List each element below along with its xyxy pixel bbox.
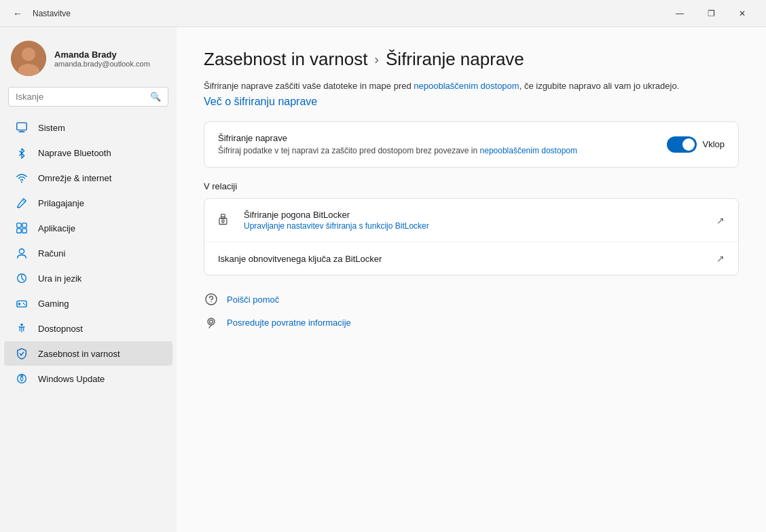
sidebar-item-network[interactable]: Omrežje & internet (4, 166, 172, 190)
sidebar-item-accessibility[interactable]: Dostopnost (4, 316, 172, 341)
user-name: Amanda Brady (54, 50, 150, 60)
wifi-icon (15, 171, 29, 185)
sidebar-label-network: Omrežje & internet (38, 173, 111, 183)
encryption-card: Šifriranje naprave Šifriraj podatke v te… (204, 121, 739, 168)
svg-point-1 (22, 48, 35, 61)
accessibility-icon (15, 322, 29, 335)
encryption-desc: Šifriraj podatke v tej napravi za zaščit… (218, 145, 577, 157)
titlebar: ← Nastavitve — ❐ ✕ (0, 0, 766, 27)
svg-point-27 (211, 301, 212, 303)
more-link[interactable]: Več o šifriranju naprave (204, 96, 317, 107)
bitlocker-title: Šifriranje pogona BitLocker (244, 210, 429, 220)
bluetooth-icon (15, 146, 29, 159)
page-header: Zasebnost in varnost › Šifriranje naprav… (204, 49, 739, 108)
page-description: Šifriranje naprave zaščiti vaše datoteke… (204, 79, 739, 93)
svg-point-20 (18, 375, 26, 383)
svg-point-17 (23, 303, 24, 304)
feedback-label: Posredujte povratne informacije (227, 318, 351, 328)
recovery-key-left: Iskanje obnovitvenega ključa za BitLocke… (218, 254, 382, 264)
person-icon (15, 246, 29, 260)
description-highlight: nepooblaščenim dostopom (414, 81, 519, 91)
encryption-title: Šifriranje naprave (218, 133, 577, 143)
sidebar-item-time[interactable]: Ura in jezik (4, 266, 172, 290)
nav-list: Sistem Naprave Bluetooth (0, 115, 177, 392)
sidebar-item-privacy[interactable]: Zasebnost in varnost (4, 341, 172, 366)
help-label: Poišči pomoč (227, 294, 279, 305)
close-button[interactable]: ✕ (727, 3, 758, 24)
svg-point-19 (20, 324, 23, 326)
app-body: Amanda Brady amanda.brady@outlook.com 🔍 (0, 27, 766, 532)
back-button[interactable]: ← (8, 4, 27, 23)
svg-rect-11 (22, 229, 26, 233)
related-card: Šifriranje pogona BitLocker Upravljanje … (204, 198, 739, 276)
avatar (11, 41, 46, 76)
user-email: amanda.brady@outlook.com (54, 60, 150, 68)
shield-icon (15, 347, 29, 360)
sidebar-label-gaming: Gaming (38, 299, 69, 309)
svg-rect-10 (17, 229, 21, 233)
sidebar-label-apps: Aplikacije (38, 223, 75, 233)
user-profile[interactable]: Amanda Brady amanda.brady@outlook.com (0, 27, 177, 87)
sidebar-item-accounts[interactable]: Računi (4, 241, 172, 265)
bitlocker-subtitle: Upravljanje nastavitev šifriranja s funk… (244, 221, 429, 231)
sidebar-label-accessibility: Dostopnost (38, 324, 83, 334)
related-heading: V relaciji (204, 181, 739, 191)
svg-rect-8 (17, 223, 21, 227)
recovery-key-text: Iskanje obnovitvenega ključa za BitLocke… (218, 254, 382, 264)
svg-line-7 (22, 200, 25, 203)
minimize-button[interactable]: — (664, 3, 695, 24)
feedback-link[interactable]: Posredujte povratne informacije (204, 315, 739, 330)
external-link-icon: ↗ (716, 215, 725, 226)
maximize-button[interactable]: ❐ (695, 3, 727, 24)
sidebar-item-sistem[interactable]: Sistem (4, 115, 172, 140)
breadcrumb: Zasebnost in varnost › Šifriranje naprav… (204, 49, 739, 70)
sidebar-item-bluetooth[interactable]: Naprave Bluetooth (4, 140, 172, 165)
toggle-container: Vklop (667, 136, 725, 153)
bitlocker-item-left: Šifriranje pogona BitLocker Upravljanje … (218, 210, 429, 231)
svg-point-28 (208, 318, 215, 325)
apps-icon (15, 221, 29, 235)
toggle-label: Vklop (702, 139, 725, 149)
search-input[interactable] (16, 92, 145, 102)
sidebar-label-privacy: Zasebnost in varnost (38, 349, 120, 359)
search-box: 🔍 (8, 87, 168, 107)
update-icon (15, 372, 29, 385)
sidebar-label-update: Windows Update (38, 374, 105, 384)
sidebar-label-personalize: Prilagajanje (38, 198, 84, 208)
svg-rect-9 (22, 223, 26, 227)
breadcrumb-parent: Zasebnost in varnost (204, 49, 367, 70)
sidebar-label-sistem: Sistem (38, 123, 65, 133)
bitlocker-item[interactable]: Šifriranje pogona BitLocker Upravljanje … (204, 199, 738, 242)
sidebar-item-personalize[interactable]: Prilagajanje (4, 191, 172, 215)
svg-point-12 (19, 249, 24, 254)
svg-point-18 (24, 304, 26, 305)
sidebar-item-update[interactable]: Windows Update (4, 366, 172, 391)
clock-icon (15, 271, 29, 285)
encryption-toggle[interactable] (667, 136, 697, 153)
help-icon (204, 292, 219, 307)
sidebar: Amanda Brady amanda.brady@outlook.com 🔍 (0, 27, 177, 532)
main-content: Zasebnost in varnost › Šifriranje naprav… (177, 27, 766, 532)
sidebar-item-gaming[interactable]: Gaming (4, 291, 172, 316)
encryption-info: Šifriranje naprave Šifriraj podatke v te… (218, 133, 577, 157)
breadcrumb-separator: › (374, 52, 379, 67)
sidebar-label-accounts: Računi (38, 248, 65, 259)
search-icon: 🔍 (150, 92, 161, 102)
svg-point-6 (21, 181, 22, 183)
gaming-icon (15, 297, 29, 310)
breadcrumb-current: Šifriranje naprave (386, 49, 524, 70)
sidebar-item-apps[interactable]: Aplikacije (4, 216, 172, 240)
svg-point-29 (210, 320, 213, 324)
recovery-key-title: Iskanje obnovitvenega ključa za BitLocke… (218, 254, 382, 264)
recovery-key-item[interactable]: Iskanje obnovitvenega ključa za BitLocke… (204, 242, 738, 275)
window-controls: — ❐ ✕ (664, 3, 758, 24)
bottom-links: Poišči pomoč Posredujte povratne informa… (204, 292, 739, 330)
sidebar-label-time: Ura in jezik (38, 273, 81, 284)
svg-rect-25 (223, 221, 223, 223)
sidebar-label-bluetooth: Naprave Bluetooth (38, 148, 111, 158)
bitlocker-text: Šifriranje pogona BitLocker Upravljanje … (244, 210, 429, 231)
monitor-icon (15, 121, 29, 134)
help-link[interactable]: Poišči pomoč (204, 292, 739, 307)
encryption-desc-highlight: nepooblaščenim dostopom (480, 146, 577, 155)
feedback-icon (204, 315, 219, 330)
